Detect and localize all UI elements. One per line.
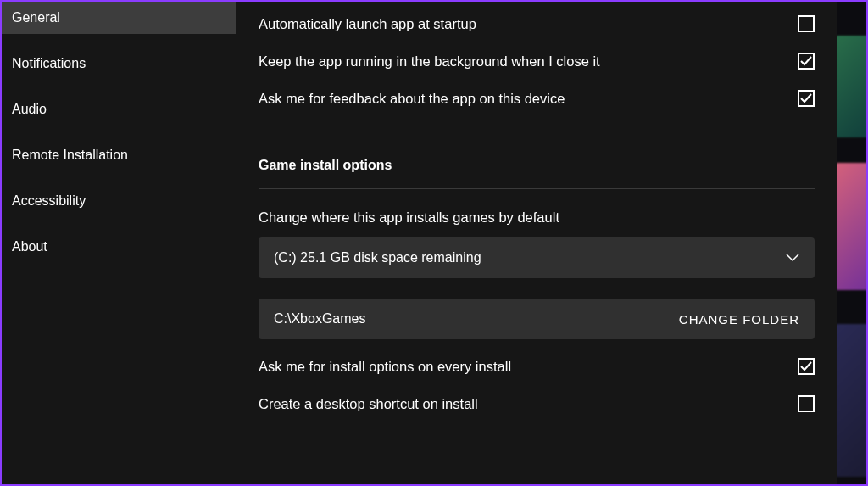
- settings-sidebar: General Notifications Audio Remote Insta…: [2, 2, 236, 484]
- setting-label: Keep the app running in the background w…: [259, 53, 600, 70]
- checkbox-feedback[interactable]: [798, 90, 815, 107]
- setting-label: Automatically launch app at startup: [259, 16, 476, 32]
- checkbox-keep-running[interactable]: [798, 53, 815, 70]
- checkbox-ask-install[interactable]: [798, 358, 815, 375]
- game-install-options-header: Game install options: [259, 158, 815, 189]
- install-folder-row: C:\XboxGames CHANGE FOLDER: [259, 299, 815, 339]
- setting-label: Ask me for feedback about the app on thi…: [259, 91, 565, 107]
- checkbox-desktop-shortcut[interactable]: [798, 395, 815, 412]
- setting-feedback: Ask me for feedback about the app on thi…: [259, 80, 815, 117]
- setting-auto-launch: Automatically launch app at startup: [259, 5, 815, 42]
- change-folder-button[interactable]: CHANGE FOLDER: [679, 312, 799, 327]
- sidebar-item-general[interactable]: General: [2, 2, 236, 34]
- chevron-down-icon: [786, 250, 799, 265]
- install-folder-path: C:\XboxGames: [274, 311, 365, 327]
- sidebar-item-accessibility[interactable]: Accessibility: [2, 185, 236, 217]
- change-where-label: Change where this app installs games by …: [259, 209, 815, 226]
- sidebar-item-notifications[interactable]: Notifications: [2, 47, 236, 80]
- drive-dropdown[interactable]: (C:) 25.1 GB disk space remaining: [259, 237, 815, 278]
- setting-keep-running: Keep the app running in the background w…: [259, 42, 815, 80]
- checkbox-auto-launch[interactable]: [798, 15, 815, 32]
- setting-ask-install: Ask me for install options on every inst…: [259, 348, 815, 385]
- background-strip: [837, 2, 866, 484]
- setting-label: Create a desktop shortcut on install: [259, 396, 478, 412]
- drive-selected-text: (C:) 25.1 GB disk space remaining: [274, 250, 481, 265]
- sidebar-item-remote-installation[interactable]: Remote Installation: [2, 139, 236, 171]
- check-icon: [800, 55, 812, 67]
- setting-desktop-shortcut: Create a desktop shortcut on install: [259, 385, 815, 422]
- setting-label: Ask me for install options on every inst…: [259, 359, 511, 375]
- settings-main: Automatically launch app at startup Keep…: [236, 2, 837, 484]
- sidebar-item-about[interactable]: About: [2, 231, 236, 263]
- check-icon: [800, 92, 812, 104]
- sidebar-item-audio[interactable]: Audio: [2, 93, 236, 126]
- check-icon: [800, 360, 812, 372]
